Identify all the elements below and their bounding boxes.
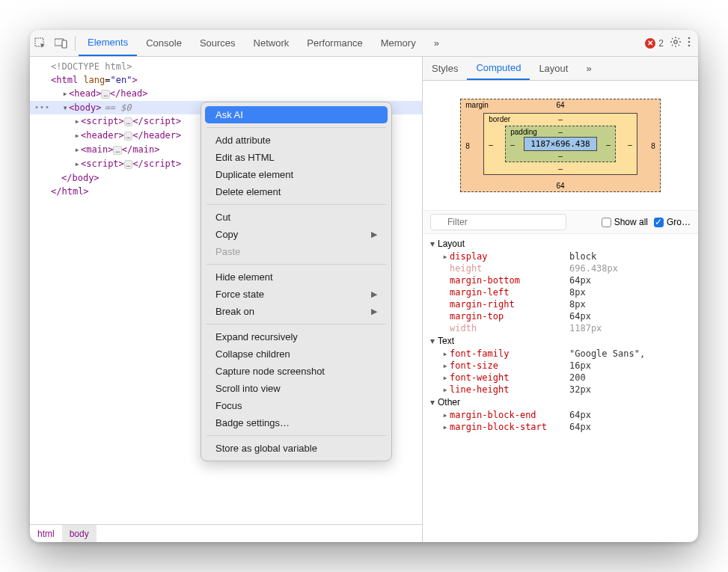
prop-value: 16px bbox=[569, 360, 591, 371]
checkbox-checked-icon: ✓ bbox=[654, 218, 664, 227]
dom-head[interactable]: ▸<head>…</head> bbox=[30, 87, 422, 101]
context-menu-item[interactable]: Capture node screenshot bbox=[205, 363, 388, 380]
computed-prop[interactable]: ▸width1187px bbox=[423, 322, 698, 334]
box-content[interactable]: 1187×696.438 bbox=[524, 137, 596, 151]
chevron-right-icon: ▶ bbox=[371, 230, 377, 239]
prop-value: block bbox=[569, 251, 596, 262]
context-menu-item[interactable]: Scroll into view bbox=[205, 380, 388, 397]
prop-name: margin-block-end bbox=[450, 410, 569, 420]
group-checkbox[interactable]: ✓ Gro… bbox=[654, 217, 691, 227]
prop-name: margin-left bbox=[450, 287, 569, 298]
computed-group[interactable]: ▾Layout bbox=[423, 237, 698, 250]
context-menu-item[interactable]: Badge settings… bbox=[205, 414, 388, 431]
context-menu-separator bbox=[207, 264, 386, 265]
dom-doctype[interactable]: <!DOCTYPE html> bbox=[30, 60, 422, 73]
prop-value: 64px bbox=[569, 275, 591, 286]
prop-value: 64px bbox=[569, 410, 591, 420]
context-menu-item[interactable]: Cut bbox=[205, 209, 388, 226]
gear-icon[interactable] bbox=[670, 36, 682, 50]
elements-pane: <!DOCTYPE html> <html lang="en"> ▸<head>… bbox=[30, 57, 423, 542]
error-icon: ✕ bbox=[645, 38, 655, 49]
show-all-checkbox[interactable]: Show all bbox=[602, 217, 648, 227]
tab-more[interactable]: » bbox=[425, 30, 448, 56]
prop-name: font-size bbox=[450, 360, 569, 371]
context-menu-item[interactable]: Ask AI bbox=[205, 106, 388, 123]
subtab-more[interactable]: » bbox=[577, 57, 600, 80]
computed-prop[interactable]: ▸font-size16px bbox=[423, 360, 698, 372]
prop-name: font-family bbox=[450, 348, 569, 359]
computed-prop[interactable]: ▸displayblock bbox=[423, 250, 698, 262]
subtab-computed[interactable]: Computed bbox=[467, 57, 530, 80]
show-all-label: Show all bbox=[614, 217, 648, 227]
context-menu-item[interactable]: Expand recursively bbox=[205, 328, 388, 345]
box-border[interactable]: border – – – – padding – – – – 1187×696.… bbox=[483, 113, 637, 175]
tab-console[interactable]: Console bbox=[137, 30, 191, 56]
error-badge[interactable]: ✕ 2 bbox=[645, 38, 664, 49]
computed-prop[interactable]: ▸height696.438px bbox=[423, 262, 698, 274]
prop-name: width bbox=[450, 323, 569, 333]
computed-prop[interactable]: ▸margin-bottom64px bbox=[423, 274, 698, 286]
context-menu-item[interactable]: Copy▶ bbox=[205, 226, 388, 243]
context-menu-item[interactable]: Force state▶ bbox=[205, 286, 388, 303]
filter-input[interactable] bbox=[430, 214, 566, 230]
computed-prop[interactable]: ▸margin-block-end64px bbox=[423, 409, 698, 421]
context-menu-item[interactable]: Delete element bbox=[205, 183, 388, 200]
prop-value: "Google Sans", bbox=[569, 348, 645, 359]
filter-row: Show all ✓ Gro… bbox=[423, 210, 698, 234]
box-padding[interactable]: padding – – – – 1187×696.438 bbox=[505, 126, 615, 162]
context-menu-label: Expand recursively bbox=[215, 331, 298, 342]
computed-prop[interactable]: ▸font-family"Google Sans", bbox=[423, 348, 698, 360]
computed-group[interactable]: ▾Other bbox=[423, 396, 698, 409]
box-border-label: border bbox=[489, 115, 510, 123]
context-menu-item[interactable]: Add attribute bbox=[205, 132, 388, 149]
context-menu-item[interactable]: Duplicate element bbox=[205, 166, 388, 183]
context-menu-label: Focus bbox=[215, 400, 242, 411]
filter-wrap bbox=[430, 214, 596, 230]
computed-prop[interactable]: ▸margin-top64px bbox=[423, 310, 698, 322]
prop-name: margin-right bbox=[450, 299, 569, 310]
computed-prop[interactable]: ▸font-weight200 bbox=[423, 372, 698, 384]
context-menu-item[interactable]: Edit as HTML bbox=[205, 149, 388, 166]
context-menu-separator bbox=[207, 127, 386, 128]
device-icon[interactable] bbox=[51, 30, 72, 57]
error-count: 2 bbox=[658, 38, 664, 49]
context-menu-label: Badge settings… bbox=[215, 417, 290, 428]
context-menu-separator bbox=[207, 204, 386, 205]
tab-network[interactable]: Network bbox=[245, 30, 299, 56]
box-padding-label: padding bbox=[510, 128, 537, 136]
dom-html-open[interactable]: <html lang="en"> bbox=[30, 73, 422, 87]
computed-group[interactable]: ▾Text bbox=[423, 334, 698, 348]
context-menu-item[interactable]: Collapse children bbox=[205, 345, 388, 363]
subtab-layout[interactable]: Layout bbox=[530, 57, 577, 80]
computed-prop[interactable]: ▸margin-block-start64px bbox=[423, 421, 698, 433]
tab-sources[interactable]: Sources bbox=[191, 30, 245, 56]
dots-icon[interactable] bbox=[688, 36, 691, 50]
computed-prop[interactable]: ▸margin-right8px bbox=[423, 298, 698, 310]
computed-list[interactable]: ▾Layout▸displayblock▸height696.438px▸mar… bbox=[423, 234, 698, 542]
computed-prop[interactable]: ▸margin-left8px bbox=[423, 286, 698, 298]
subtab-styles[interactable]: Styles bbox=[423, 57, 467, 80]
computed-prop[interactable]: ▸line-height32px bbox=[423, 384, 698, 396]
crumb-html[interactable]: html bbox=[30, 525, 62, 542]
prop-value: 32px bbox=[569, 384, 591, 395]
context-menu-item[interactable]: Hide element bbox=[205, 268, 388, 286]
chevron-right-icon: ▸ bbox=[441, 360, 450, 371]
context-menu-label: Force state bbox=[215, 289, 264, 300]
crumb-body[interactable]: body bbox=[62, 525, 97, 542]
chevron-right-icon: ▸ bbox=[441, 372, 450, 383]
tab-elements[interactable]: Elements bbox=[79, 30, 137, 56]
inspect-icon[interactable] bbox=[30, 30, 51, 57]
checkbox-icon bbox=[602, 218, 611, 227]
context-menu-item[interactable]: Store as global variable bbox=[205, 440, 388, 457]
toolbar-right: ✕ 2 bbox=[645, 36, 698, 50]
tab-memory[interactable]: Memory bbox=[372, 30, 425, 56]
tab-performance[interactable]: Performance bbox=[298, 30, 371, 56]
margin-right: 8 bbox=[651, 141, 655, 150]
prop-name: margin-top bbox=[450, 311, 569, 322]
box-model[interactable]: margin 64 64 8 8 border – – – – padding … bbox=[423, 81, 698, 210]
context-menu-item[interactable]: Break on▶ bbox=[205, 303, 388, 320]
context-menu-item[interactable]: Focus bbox=[205, 397, 388, 414]
box-margin[interactable]: margin 64 64 8 8 border – – – – padding … bbox=[460, 99, 660, 192]
breadcrumb: html body bbox=[30, 524, 422, 542]
prop-value: 64px bbox=[569, 311, 591, 322]
